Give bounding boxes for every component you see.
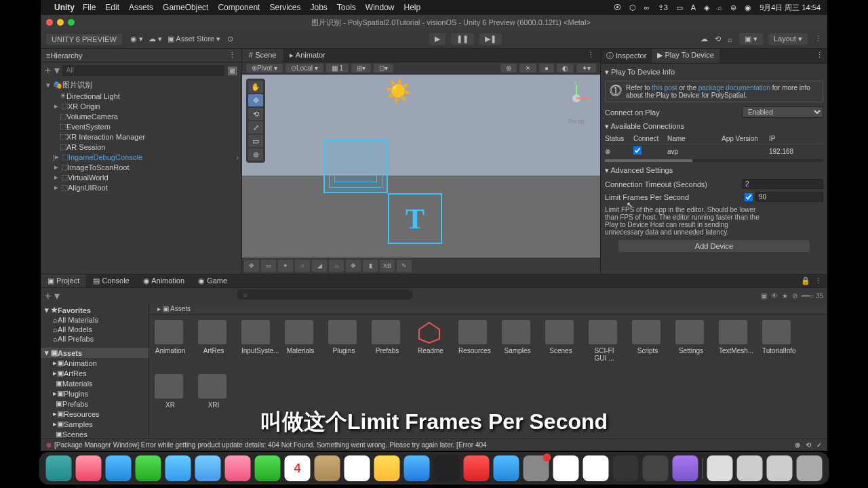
dock-app[interactable] [524, 455, 549, 481]
light-icon[interactable]: ☀ [519, 64, 536, 73]
asset-folder[interactable]: Readme [415, 320, 446, 362]
dock-app[interactable] [434, 455, 460, 481]
dock-app[interactable] [707, 455, 733, 481]
console-tab[interactable]: ▤ Console [86, 274, 136, 287]
hierarchy-item[interactable]: ☀ Directional Light [41, 91, 241, 101]
error-icon[interactable]: ⊗ [46, 441, 52, 449]
favorites-header[interactable]: ▾ ★ Favorites [41, 305, 149, 315]
info-link[interactable]: package documentation [698, 84, 770, 92]
minimize-window-button[interactable] [57, 19, 64, 26]
dock-app[interactable] [613, 455, 639, 481]
snap2-dropdown[interactable]: ⊡▾ [374, 64, 393, 73]
scene-btn[interactable]: ✦ [278, 260, 293, 272]
cloud-icon[interactable]: ∞ [644, 3, 650, 12]
gizmo-dropdown[interactable]: ✦▾ [576, 64, 596, 73]
audio-icon[interactable]: ● [539, 64, 554, 73]
local-dropdown[interactable]: ⊙Local ▾ [285, 64, 323, 73]
asset-folder[interactable]: XR [155, 374, 186, 409]
asset-folder[interactable]: ArtRes [198, 320, 229, 362]
selected-object-1[interactable] [323, 139, 388, 193]
hierarchy-item[interactable]: ▸⬚ AlignUIRoot [41, 182, 241, 192]
dock-app[interactable] [494, 455, 519, 481]
filter-icon[interactable]: ▣ [761, 292, 767, 300]
hierarchy-item[interactable]: ▸⬚ VirtualWorld [41, 172, 241, 182]
app-name[interactable]: Unity [54, 3, 75, 12]
tree-folder[interactable]: ▣ Prefabs [41, 399, 149, 409]
scene-btn[interactable]: ○ [295, 260, 310, 272]
menu-edit[interactable]: Edit [105, 3, 119, 12]
menu-jobs[interactable]: Jobs [310, 3, 327, 12]
dock-app[interactable] [643, 455, 669, 481]
persp-label[interactable]: Persp [559, 118, 593, 125]
dock-app[interactable] [255, 455, 281, 481]
connect-on-play-select[interactable]: Enabled [742, 106, 823, 118]
dock-app[interactable] [464, 455, 490, 481]
cam-icon[interactable]: ⊕ [500, 64, 517, 73]
fx-icon[interactable]: ◐ [557, 64, 574, 73]
available-header[interactable]: ▾ Available Connections [605, 119, 823, 134]
inspector-tab[interactable]: ⓘ Inspector [601, 49, 652, 63]
fav-item[interactable]: ⌕ All Prefabs [41, 334, 149, 344]
lock-icon[interactable]: 🔒 [801, 277, 810, 285]
tree-folder[interactable]: ▸▣ Samples [41, 419, 149, 429]
info-link[interactable]: this post [652, 84, 677, 92]
breadcrumb[interactable]: ▸ ▣ Assets [157, 305, 191, 312]
panel-menu-icon[interactable]: ⋮ [814, 277, 822, 285]
hierarchy-search[interactable] [62, 65, 224, 76]
asset-store-button[interactable]: ▣ Asset Store ▾ [167, 35, 220, 43]
fav-item[interactable]: ⌕ All Models [41, 325, 149, 334]
transform-tool[interactable]: ⊕ [248, 148, 263, 161]
wifi-icon[interactable]: ◈ [704, 3, 709, 12]
dock-app[interactable] [106, 455, 132, 481]
input-icon[interactable]: A [691, 3, 696, 12]
dock-app[interactable] [225, 455, 251, 481]
dock-app[interactable] [374, 455, 400, 481]
dock-app[interactable] [553, 455, 579, 481]
tree-folder[interactable]: ▸▣ Plugins [41, 388, 149, 399]
asset-folder[interactable]: Scripts [632, 320, 663, 362]
menu-assets[interactable]: Assets [129, 3, 153, 12]
asset-folder[interactable]: XRI [198, 374, 229, 409]
scene-btn[interactable]: ✥ [244, 260, 259, 272]
asset-folder[interactable]: Plugins [328, 320, 359, 362]
add-asset-button[interactable]: + ▾ [45, 289, 60, 302]
asset-folder[interactable]: SCI-FI GUI ... [589, 320, 620, 362]
hierarchy-item[interactable]: ▸⬚ XR Origin [41, 101, 241, 111]
scene-btn[interactable]: XB [380, 260, 395, 272]
scene-btn[interactable]: ⌕ [329, 260, 344, 272]
clock[interactable]: 9月4日 周三 14:54 [760, 3, 821, 13]
upload-icon[interactable]: ⇪3 [658, 3, 668, 12]
hierarchy-item[interactable]: ⬚ VolumeCamera [41, 111, 241, 121]
timeout-input[interactable] [742, 179, 823, 189]
filter-icon[interactable]: 👁 [771, 292, 778, 300]
menu-gameobject[interactable]: GameObject [163, 3, 208, 12]
maximize-window-button[interactable] [68, 19, 75, 26]
battery-icon[interactable]: ▭ [676, 3, 683, 12]
hex-icon[interactable]: ⬡ [629, 3, 636, 12]
menu-icon[interactable]: ⋮ [814, 35, 822, 43]
tree-folder[interactable]: ▸▣ Resources [41, 409, 149, 419]
asset-folder[interactable]: Prefabs [372, 320, 403, 362]
search-toolbar-icon[interactable]: ⌕ [728, 35, 732, 43]
move-tool[interactable]: ✥ [248, 94, 263, 106]
control-center-icon[interactable]: ⊜ [730, 3, 736, 12]
filter-icon[interactable]: ⊘ [792, 292, 797, 300]
search-icon[interactable]: ⌕ [717, 3, 722, 12]
asset-folder[interactable]: TextMesh... [719, 320, 750, 362]
dock-app[interactable] [46, 455, 72, 481]
hierarchy-item[interactable]: ⬚ XR Interaction Manager [41, 131, 241, 142]
play-button[interactable]: ▶ [429, 33, 446, 45]
dock-app[interactable]: 4 [285, 455, 311, 481]
settings-icon[interactable]: ⊙ [227, 35, 233, 43]
add-button[interactable]: + ▾ [45, 64, 60, 77]
dock-app[interactable] [673, 455, 698, 481]
dock-app[interactable] [767, 455, 793, 481]
scene-tab[interactable]: # Scene [242, 49, 283, 62]
pause-button[interactable]: ❚❚ [451, 33, 474, 45]
asset-folder[interactable]: Animation [155, 320, 186, 362]
snap-dropdown[interactable]: ⊞▾ [351, 64, 371, 73]
assets-header[interactable]: ▾ ▣ Assets [41, 348, 149, 358]
filter-icon[interactable]: ★ [782, 292, 788, 300]
project-search[interactable] [237, 289, 413, 300]
scene-btn[interactable]: ◢ [312, 260, 327, 272]
